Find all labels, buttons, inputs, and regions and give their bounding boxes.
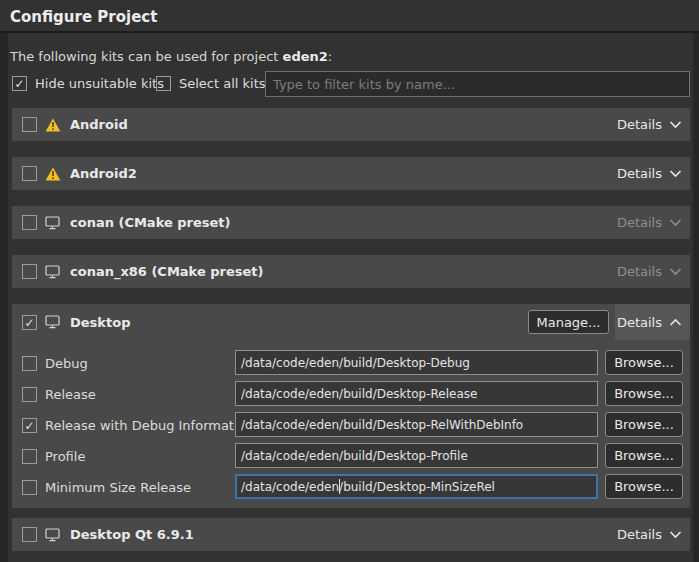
warning-icon bbox=[45, 167, 61, 181]
warning-icon bbox=[45, 118, 61, 132]
details-button[interactable]: Details bbox=[617, 527, 682, 542]
details-button[interactable]: Details bbox=[617, 117, 682, 132]
build-dir-input[interactable] bbox=[235, 443, 598, 468]
build-config-row-profile: Profile Browse... bbox=[12, 443, 690, 469]
chevron-down-icon bbox=[669, 530, 682, 539]
details-label: Details bbox=[617, 315, 662, 330]
build-config-row-debug: Debug Browse... bbox=[12, 350, 690, 376]
details-button[interactable]: Details bbox=[617, 166, 682, 181]
desktop-icon bbox=[45, 265, 61, 279]
config-checkbox[interactable] bbox=[22, 418, 37, 433]
chevron-down-icon bbox=[669, 267, 682, 276]
configure-project-panel: Configure Project The following kits can… bbox=[0, 0, 699, 562]
build-config-row-minsizerel: Minimum Size Release Browse... bbox=[12, 474, 690, 500]
kit-checkbox[interactable] bbox=[22, 315, 37, 330]
path-input-wrapper bbox=[235, 350, 598, 375]
kit-name: Android2 bbox=[70, 166, 137, 181]
kit-name: Android bbox=[70, 117, 128, 132]
config-checkbox[interactable] bbox=[22, 449, 37, 464]
kit-name: Desktop bbox=[70, 315, 130, 330]
config-label: Debug bbox=[45, 356, 88, 371]
intro-text: The following kits can be used for proje… bbox=[10, 49, 332, 64]
build-config-row-release: Release Browse... bbox=[12, 381, 690, 407]
config-label: Profile bbox=[45, 449, 85, 464]
title-divider bbox=[0, 31, 699, 33]
kit-row-desktop-qt: Desktop Qt 6.9.1 Details bbox=[12, 518, 690, 551]
intro-before: The following kits can be used for proje… bbox=[10, 49, 283, 64]
details-button[interactable]: Details bbox=[617, 315, 682, 330]
chevron-up-icon bbox=[669, 318, 682, 327]
config-label: Release with Debug Information bbox=[45, 418, 254, 433]
build-dir-input[interactable] bbox=[235, 350, 598, 375]
kit-row-conan-x86: conan_x86 (CMake preset) Details bbox=[12, 255, 690, 288]
path-input-wrapper bbox=[235, 412, 598, 437]
desktop-icon bbox=[45, 315, 61, 329]
details-button[interactable]: Details bbox=[617, 215, 682, 230]
select-all-checkbox[interactable] bbox=[156, 76, 171, 91]
chevron-down-icon bbox=[669, 169, 682, 178]
details-label: Details bbox=[617, 527, 662, 542]
manage-kits-button[interactable]: Manage... bbox=[528, 310, 609, 334]
intro-after: : bbox=[328, 49, 332, 64]
desktop-icon bbox=[45, 216, 61, 230]
kit-checkbox[interactable] bbox=[22, 527, 37, 542]
browse-button[interactable]: Browse... bbox=[605, 474, 683, 499]
kit-row-desktop: Desktop Manage... Details Debug Browse..… bbox=[12, 304, 690, 508]
desktop-icon bbox=[45, 528, 61, 542]
hide-unsuitable-checkbox[interactable] bbox=[12, 76, 27, 91]
hide-unsuitable-label: Hide unsuitable kits bbox=[35, 76, 164, 91]
path-input-wrapper bbox=[235, 381, 598, 406]
build-dir-input[interactable] bbox=[235, 474, 598, 499]
config-label: Release bbox=[45, 387, 96, 402]
select-all-group: Select all kits bbox=[156, 76, 266, 91]
kit-name: conan (CMake preset) bbox=[70, 215, 231, 230]
details-label: Details bbox=[617, 264, 662, 279]
details-label: Details bbox=[617, 117, 662, 132]
config-checkbox[interactable] bbox=[22, 387, 37, 402]
kit-name: Desktop Qt 6.9.1 bbox=[70, 527, 194, 542]
kit-checkbox[interactable] bbox=[22, 117, 37, 132]
hide-unsuitable-group: Hide unsuitable kits bbox=[12, 76, 164, 91]
right-edge bbox=[693, 33, 699, 562]
config-checkbox[interactable] bbox=[22, 356, 37, 371]
browse-button[interactable]: Browse... bbox=[605, 350, 683, 375]
build-config-row-relwithdebinfo: Release with Debug Information Browse... bbox=[12, 412, 690, 438]
details-label: Details bbox=[617, 166, 662, 181]
details-button[interactable]: Details bbox=[617, 264, 682, 279]
text-caret bbox=[339, 479, 340, 494]
kit-row-android2: Android2 Details bbox=[12, 157, 690, 190]
config-label: Minimum Size Release bbox=[45, 480, 191, 495]
details-label: Details bbox=[617, 215, 662, 230]
kit-filter-input[interactable] bbox=[265, 71, 690, 97]
kit-checkbox[interactable] bbox=[22, 166, 37, 181]
build-dir-input[interactable] bbox=[235, 381, 598, 406]
select-all-label: Select all kits bbox=[179, 76, 266, 91]
kit-checkbox[interactable] bbox=[22, 215, 37, 230]
project-name: eden2 bbox=[283, 49, 328, 64]
path-input-wrapper bbox=[235, 443, 598, 468]
kit-row-conan: conan (CMake preset) Details bbox=[12, 206, 690, 239]
kit-checkbox[interactable] bbox=[22, 264, 37, 279]
path-input-wrapper bbox=[235, 474, 598, 499]
page-title: Configure Project bbox=[10, 8, 157, 26]
build-dir-input[interactable] bbox=[235, 412, 598, 437]
kit-row-android: Android Details bbox=[12, 108, 690, 141]
config-checkbox[interactable] bbox=[22, 480, 37, 495]
browse-button[interactable]: Browse... bbox=[605, 381, 683, 406]
desktop-kit-header: Desktop Manage... Details bbox=[12, 304, 690, 340]
chevron-down-icon bbox=[669, 218, 682, 227]
browse-button[interactable]: Browse... bbox=[605, 443, 683, 468]
left-edge bbox=[0, 33, 8, 562]
browse-button[interactable]: Browse... bbox=[605, 412, 683, 437]
details-highlight-zone: Details bbox=[615, 304, 690, 340]
chevron-down-icon bbox=[669, 120, 682, 129]
kit-name: conan_x86 (CMake preset) bbox=[70, 264, 264, 279]
